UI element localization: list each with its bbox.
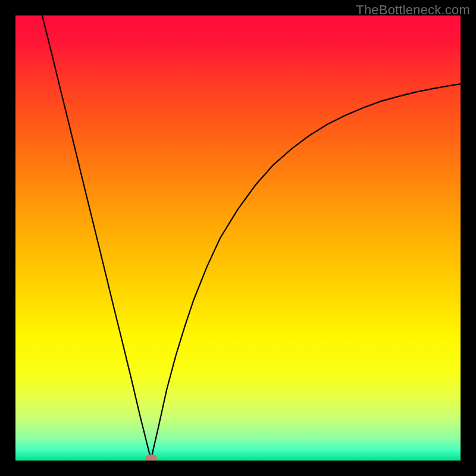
- chart-frame: TheBottleneck.com: [0, 0, 476, 476]
- plot-area: [15, 15, 461, 461]
- chart-svg: [15, 15, 461, 461]
- gradient-background: [15, 15, 461, 461]
- watermark-text: TheBottleneck.com: [356, 2, 470, 18]
